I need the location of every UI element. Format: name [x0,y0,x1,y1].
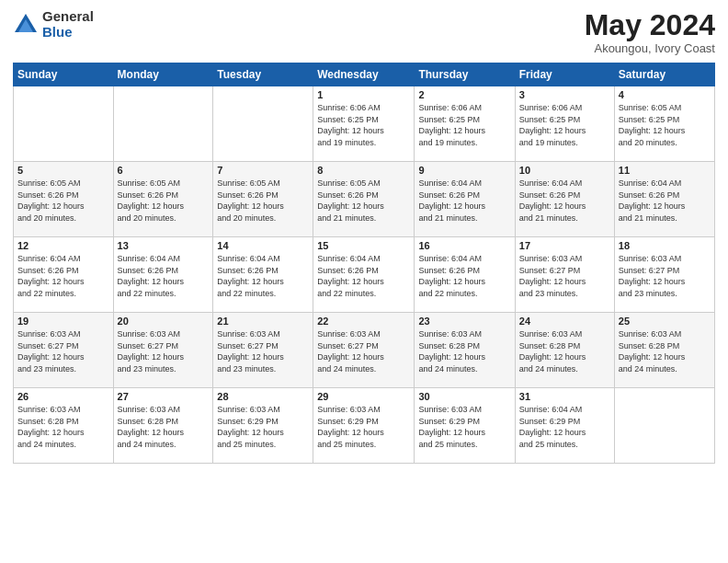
week-row-3: 12Sunrise: 6:04 AM Sunset: 6:26 PM Dayli… [14,237,715,313]
calendar-cell: 29Sunrise: 6:03 AM Sunset: 6:29 PM Dayli… [313,388,415,464]
day-number: 21 [217,316,309,327]
day-number: 28 [217,391,309,402]
calendar-cell: 2Sunrise: 6:06 AM Sunset: 6:25 PM Daylig… [415,86,515,162]
day-number: 29 [317,391,410,402]
calendar-cell: 11Sunrise: 6:04 AM Sunset: 6:26 PM Dayli… [614,162,714,237]
day-number: 5 [17,165,109,176]
day-info: Sunrise: 6:04 AM Sunset: 6:29 PM Dayligh… [519,404,610,450]
day-number: 10 [519,165,610,176]
day-info: Sunrise: 6:03 AM Sunset: 6:28 PM Dayligh… [418,328,510,374]
day-info: Sunrise: 6:03 AM Sunset: 6:27 PM Dayligh… [519,253,610,299]
day-number: 14 [217,240,309,251]
day-number: 15 [317,240,410,251]
col-monday: Monday [113,63,213,86]
day-info: Sunrise: 6:03 AM Sunset: 6:27 PM Dayligh… [619,253,711,299]
week-row-2: 5Sunrise: 6:05 AM Sunset: 6:26 PM Daylig… [14,162,715,237]
day-number: 3 [519,89,610,100]
calendar-cell: 14Sunrise: 6:04 AM Sunset: 6:26 PM Dayli… [213,237,313,313]
calendar-cell: 7Sunrise: 6:05 AM Sunset: 6:26 PM Daylig… [213,162,313,237]
calendar-cell: 1Sunrise: 6:06 AM Sunset: 6:25 PM Daylig… [313,86,415,162]
col-wednesday: Wednesday [313,63,415,86]
day-info: Sunrise: 6:05 AM Sunset: 6:26 PM Dayligh… [17,178,109,224]
day-info: Sunrise: 6:05 AM Sunset: 6:25 PM Dayligh… [619,102,711,148]
day-info: Sunrise: 6:04 AM Sunset: 6:26 PM Dayligh… [418,178,510,224]
calendar: Sunday Monday Tuesday Wednesday Thursday… [13,63,715,464]
col-sunday: Sunday [14,63,114,86]
calendar-cell: 18Sunrise: 6:03 AM Sunset: 6:27 PM Dayli… [614,237,714,313]
day-info: Sunrise: 6:03 AM Sunset: 6:27 PM Dayligh… [17,328,109,374]
calendar-cell: 12Sunrise: 6:04 AM Sunset: 6:26 PM Dayli… [14,237,114,313]
calendar-cell: 19Sunrise: 6:03 AM Sunset: 6:27 PM Dayli… [14,313,114,388]
day-info: Sunrise: 6:03 AM Sunset: 6:27 PM Dayligh… [118,328,210,374]
day-info: Sunrise: 6:04 AM Sunset: 6:26 PM Dayligh… [118,253,210,299]
calendar-cell: 6Sunrise: 6:05 AM Sunset: 6:26 PM Daylig… [113,162,213,237]
day-number: 16 [418,240,510,251]
week-row-4: 19Sunrise: 6:03 AM Sunset: 6:27 PM Dayli… [14,313,715,388]
calendar-cell: 13Sunrise: 6:04 AM Sunset: 6:26 PM Dayli… [113,237,213,313]
day-info: Sunrise: 6:04 AM Sunset: 6:26 PM Dayligh… [217,253,309,299]
calendar-cell [113,86,213,162]
day-info: Sunrise: 6:04 AM Sunset: 6:26 PM Dayligh… [619,178,711,224]
calendar-cell: 27Sunrise: 6:03 AM Sunset: 6:28 PM Dayli… [113,388,213,464]
day-info: Sunrise: 6:04 AM Sunset: 6:26 PM Dayligh… [519,178,610,224]
logo-text: General Blue [42,9,94,40]
month-title: May 2024 [585,9,715,41]
calendar-cell: 16Sunrise: 6:04 AM Sunset: 6:26 PM Dayli… [415,237,515,313]
logo-icon [13,12,39,38]
calendar-cell: 30Sunrise: 6:03 AM Sunset: 6:29 PM Dayli… [415,388,515,464]
day-info: Sunrise: 6:05 AM Sunset: 6:26 PM Dayligh… [118,178,210,224]
day-number: 27 [118,391,210,402]
day-info: Sunrise: 6:04 AM Sunset: 6:26 PM Dayligh… [17,253,109,299]
day-number: 6 [118,165,210,176]
day-info: Sunrise: 6:06 AM Sunset: 6:25 PM Dayligh… [317,102,410,148]
day-info: Sunrise: 6:04 AM Sunset: 6:26 PM Dayligh… [418,253,510,299]
calendar-cell: 4Sunrise: 6:05 AM Sunset: 6:25 PM Daylig… [614,86,714,162]
week-row-1: 1Sunrise: 6:06 AM Sunset: 6:25 PM Daylig… [14,86,715,162]
calendar-cell: 21Sunrise: 6:03 AM Sunset: 6:27 PM Dayli… [213,313,313,388]
day-number: 18 [619,240,711,251]
day-number: 7 [217,165,309,176]
calendar-cell: 22Sunrise: 6:03 AM Sunset: 6:27 PM Dayli… [313,313,415,388]
col-thursday: Thursday [415,63,515,86]
day-info: Sunrise: 6:03 AM Sunset: 6:29 PM Dayligh… [418,404,510,450]
calendar-cell: 24Sunrise: 6:03 AM Sunset: 6:28 PM Dayli… [515,313,614,388]
day-info: Sunrise: 6:03 AM Sunset: 6:28 PM Dayligh… [17,404,109,450]
day-info: Sunrise: 6:06 AM Sunset: 6:25 PM Dayligh… [519,102,610,148]
header-row: Sunday Monday Tuesday Wednesday Thursday… [14,63,715,86]
day-info: Sunrise: 6:06 AM Sunset: 6:25 PM Dayligh… [418,102,510,148]
day-info: Sunrise: 6:03 AM Sunset: 6:28 PM Dayligh… [619,328,711,374]
day-info: Sunrise: 6:03 AM Sunset: 6:29 PM Dayligh… [217,404,309,450]
calendar-cell: 17Sunrise: 6:03 AM Sunset: 6:27 PM Dayli… [515,237,614,313]
day-number: 2 [418,89,510,100]
calendar-cell: 20Sunrise: 6:03 AM Sunset: 6:27 PM Dayli… [113,313,213,388]
location: Akoungou, Ivory Coast [585,41,715,55]
calendar-cell [614,388,714,464]
day-info: Sunrise: 6:03 AM Sunset: 6:29 PM Dayligh… [317,404,410,450]
day-number: 11 [619,165,711,176]
day-info: Sunrise: 6:03 AM Sunset: 6:27 PM Dayligh… [317,328,410,374]
day-number: 19 [17,316,109,327]
calendar-cell: 26Sunrise: 6:03 AM Sunset: 6:28 PM Dayli… [14,388,114,464]
logo-general: General [42,9,94,25]
calendar-cell [14,86,114,162]
week-row-5: 26Sunrise: 6:03 AM Sunset: 6:28 PM Dayli… [14,388,715,464]
day-number: 1 [317,89,410,100]
calendar-cell: 9Sunrise: 6:04 AM Sunset: 6:26 PM Daylig… [415,162,515,237]
calendar-cell: 28Sunrise: 6:03 AM Sunset: 6:29 PM Dayli… [213,388,313,464]
calendar-cell: 15Sunrise: 6:04 AM Sunset: 6:26 PM Dayli… [313,237,415,313]
calendar-cell: 3Sunrise: 6:06 AM Sunset: 6:25 PM Daylig… [515,86,614,162]
header: General Blue May 2024 Akoungou, Ivory Co… [13,9,715,55]
calendar-cell: 8Sunrise: 6:05 AM Sunset: 6:26 PM Daylig… [313,162,415,237]
day-number: 23 [418,316,510,327]
page: General Blue May 2024 Akoungou, Ivory Co… [0,0,728,563]
logo: General Blue [13,9,94,40]
day-number: 17 [519,240,610,251]
calendar-cell: 25Sunrise: 6:03 AM Sunset: 6:28 PM Dayli… [614,313,714,388]
day-number: 24 [519,316,610,327]
day-number: 20 [118,316,210,327]
col-friday: Friday [515,63,614,86]
day-number: 8 [317,165,410,176]
calendar-cell [213,86,313,162]
day-info: Sunrise: 6:03 AM Sunset: 6:28 PM Dayligh… [118,404,210,450]
day-info: Sunrise: 6:05 AM Sunset: 6:26 PM Dayligh… [217,178,309,224]
